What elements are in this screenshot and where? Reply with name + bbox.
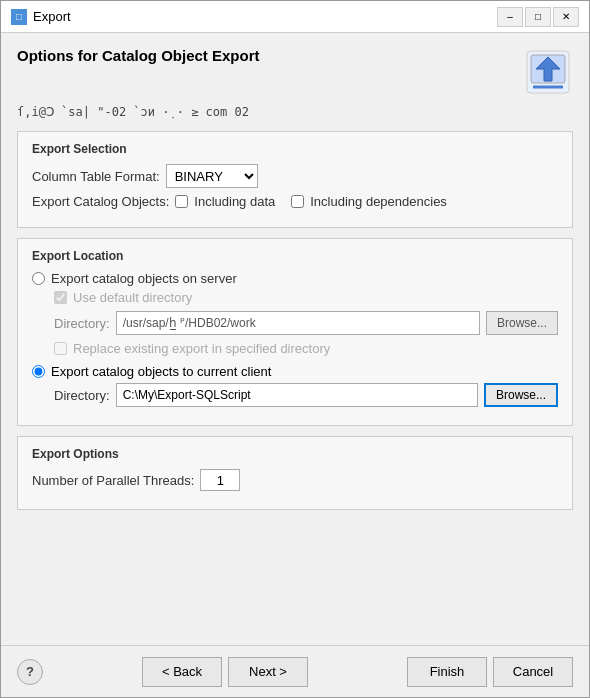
parallel-threads-input[interactable] [200,469,240,491]
page-header: Options for Catalog Object Export [17,47,573,97]
footer: ? < Back Next > Finish Cancel [1,645,589,697]
window-icon: □ [11,9,27,25]
breadcrumb: ſ,i@Ↄ `sa| "-02 `ɔи ·̣ · ≥ com 02 [17,105,573,119]
client-dir-container: Directory: Browse... [32,383,558,407]
window-title: Export [33,9,491,24]
export-catalog-objects-label: Export Catalog Objects: [32,194,169,209]
use-default-dir-row: Use default directory [54,290,558,305]
server-radio-row: Export catalog objects on server [32,271,558,286]
server-dir-row: Directory: Browse... [54,311,558,335]
export-selection-title: Export Selection [32,142,558,156]
replace-existing-checkbox[interactable] [54,342,67,355]
client-dir-input[interactable] [116,383,478,407]
server-dir-label: Directory: [54,316,110,331]
column-table-format-label: Column Table Format: [32,169,160,184]
use-default-dir-row-container: Use default directory Directory: Browse.… [32,290,558,356]
including-data-checkbox[interactable] [175,195,188,208]
cancel-button[interactable]: Cancel [493,657,573,687]
client-radio-label[interactable]: Export catalog objects to current client [51,364,271,379]
client-radio[interactable] [32,365,45,378]
parallel-threads-label: Number of Parallel Threads: [32,473,194,488]
page-title: Options for Catalog Object Export [17,47,260,64]
server-browse-button[interactable]: Browse... [486,311,558,335]
title-bar-controls: – □ ✕ [497,7,579,27]
main-window: □ Export – □ ✕ Options for Catalog Objec… [0,0,590,698]
title-bar: □ Export – □ ✕ [1,1,589,33]
column-table-format-select[interactable]: BINARY CSV PARQUET [166,164,258,188]
replace-existing-label: Replace existing export in specified dir… [73,341,330,356]
client-radio-row: Export catalog objects to current client [32,364,558,379]
export-location-title: Export Location [32,249,558,263]
minimize-button[interactable]: – [497,7,523,27]
server-dir-input [116,311,480,335]
next-button[interactable]: Next > [228,657,308,687]
finish-button[interactable]: Finish [407,657,487,687]
footer-actions: Finish Cancel [407,657,573,687]
help-button[interactable]: ? [17,659,43,685]
maximize-button[interactable]: □ [525,7,551,27]
use-default-dir-checkbox[interactable] [54,291,67,304]
export-catalog-objects-row: Export Catalog Objects: Including data I… [32,194,558,209]
export-location-section: Export Location Export catalog objects o… [17,238,573,426]
use-default-dir-label: Use default directory [73,290,192,305]
footer-nav: < Back Next > [51,657,399,687]
export-selection-section: Export Selection Column Table Format: BI… [17,131,573,228]
page-title-block: Options for Catalog Object Export [17,47,260,64]
parallel-threads-row: Number of Parallel Threads: [32,469,558,491]
server-radio[interactable] [32,272,45,285]
including-dependencies-checkbox[interactable] [291,195,304,208]
footer-left: ? [17,659,43,685]
back-button[interactable]: < Back [142,657,222,687]
client-dir-row: Directory: Browse... [54,383,558,407]
export-icon [523,47,573,97]
export-options-section: Export Options Number of Parallel Thread… [17,436,573,510]
client-browse-button[interactable]: Browse... [484,383,558,407]
server-radio-label[interactable]: Export catalog objects on server [51,271,237,286]
including-dependencies-label[interactable]: Including dependencies [310,194,447,209]
client-dir-label: Directory: [54,388,110,403]
export-options-title: Export Options [32,447,558,461]
content-area: Options for Catalog Object Export ſ,i@Ↄ … [1,33,589,645]
column-table-format-row: Column Table Format: BINARY CSV PARQUET [32,164,558,188]
close-button[interactable]: ✕ [553,7,579,27]
replace-existing-row: Replace existing export in specified dir… [54,341,558,356]
including-data-label[interactable]: Including data [194,194,275,209]
